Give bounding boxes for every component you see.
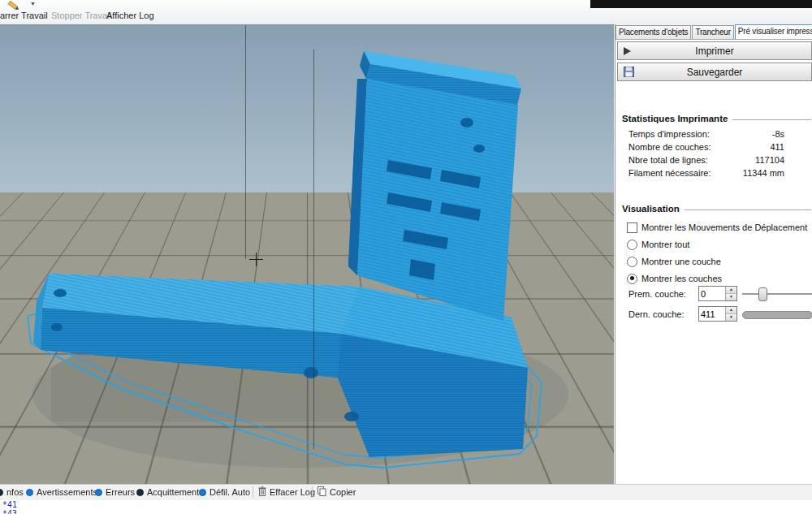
slider-track-filled[interactable] bbox=[742, 311, 812, 319]
last-layer-spinner[interactable]: ▲▼ bbox=[698, 306, 737, 322]
spinner-buttons[interactable]: ▲▼ bbox=[725, 307, 736, 321]
slider-track bbox=[742, 293, 812, 295]
stat-line-count: Nbre total de lignes:117104 bbox=[628, 155, 784, 165]
log-filter-toolbar: nfos Avertissements Erreurs Acquittement… bbox=[0, 484, 812, 501]
clear-log-button[interactable]: Effacer Log bbox=[258, 485, 315, 499]
printed-model-preview bbox=[0, 25, 614, 485]
radio-show-layer-range[interactable]: Montrer les couches bbox=[627, 273, 812, 284]
origin-crosshair bbox=[256, 253, 257, 266]
slider-handle[interactable] bbox=[758, 287, 767, 301]
tab-placements-objets[interactable]: Placements d'objets bbox=[615, 25, 691, 39]
build-volume-edge-line bbox=[313, 50, 314, 449]
stat-print-time: Temps d'impression:-8s bbox=[628, 129, 784, 139]
first-layer-row: Prem. couche: ▲▼ bbox=[628, 286, 812, 301]
toggle-infos[interactable]: nfos bbox=[0, 485, 24, 499]
toggle-acquittements[interactable]: Acquittements bbox=[136, 485, 204, 499]
radio-label: Montrer une couche bbox=[641, 257, 721, 266]
copy-log-button[interactable]: Copier bbox=[317, 485, 356, 499]
checkbox-box[interactable] bbox=[627, 222, 637, 233]
spin-up-icon: ▲ bbox=[726, 307, 736, 314]
log-output: *41 *43 bbox=[0, 500, 812, 514]
right-panel: Placements d'objets Trancheur Pré visual… bbox=[615, 24, 812, 484]
stat-filament-needed: Filament nécessaire:11344 mm bbox=[628, 168, 784, 178]
panel-tab-strip: Placements d'objets Trancheur Pré visual… bbox=[615, 24, 812, 40]
model-back-plate bbox=[348, 51, 521, 321]
warnings-status-icon bbox=[26, 489, 33, 496]
top-toolbar: ▼ arrer Travail Stopper Travail Afficher… bbox=[0, 0, 812, 25]
toolbar-separator bbox=[253, 486, 253, 498]
last-layer-row: Dern. couche: ▲▼ bbox=[628, 306, 812, 322]
build-volume-edge-line bbox=[245, 25, 246, 259]
first-layer-label: Prem. couche: bbox=[628, 289, 698, 299]
external-window-strip bbox=[590, 0, 812, 8]
copy-icon bbox=[317, 486, 326, 498]
last-layer-slider[interactable] bbox=[742, 307, 812, 322]
print-button-label: Imprimer bbox=[695, 45, 733, 57]
show-travel-moves-checkbox[interactable]: Montrer les Mouvements de Déplacement bbox=[627, 222, 812, 233]
application-window: ▼ arrer Travail Stopper Travail Afficher… bbox=[0, 0, 812, 514]
save-icon bbox=[624, 67, 634, 77]
start-job-button[interactable]: arrer Travail bbox=[0, 11, 48, 20]
last-layer-label: Dern. couche: bbox=[628, 309, 698, 319]
radio-label: Montrer tout bbox=[641, 240, 689, 249]
3d-viewport[interactable] bbox=[0, 24, 614, 485]
trash-icon bbox=[258, 486, 266, 498]
toggle-erreurs[interactable]: Erreurs bbox=[95, 485, 135, 499]
toggle-avertissements[interactable]: Avertissements bbox=[26, 485, 97, 499]
spin-down-icon: ▼ bbox=[726, 314, 736, 321]
radio-label: Montrer les couches bbox=[641, 274, 722, 283]
first-layer-spinner[interactable]: ▲▼ bbox=[698, 286, 737, 301]
log-line: *41 bbox=[0, 500, 812, 509]
acks-status-icon bbox=[136, 489, 144, 496]
stop-job-button[interactable]: Stopper Travail bbox=[51, 11, 111, 20]
dropdown-caret-icon[interactable]: ▼ bbox=[30, 1, 36, 6]
tab-previsualiser-impression[interactable]: Pré visualiser impression bbox=[735, 24, 812, 39]
checkbox-label: Montrer les Mouvements de Déplacement bbox=[641, 222, 807, 232]
stats-group-header: Statistiques Imprimante bbox=[622, 114, 811, 123]
radio-show-one-layer[interactable]: Montrer une couche bbox=[627, 256, 812, 267]
spinner-buttons[interactable]: ▲▼ bbox=[725, 287, 736, 300]
first-layer-input[interactable] bbox=[699, 287, 725, 300]
radio-circle[interactable] bbox=[627, 257, 637, 267]
last-layer-input[interactable] bbox=[699, 307, 725, 321]
radio-circle[interactable] bbox=[627, 274, 637, 284]
autoscroll-status-icon bbox=[199, 489, 206, 496]
show-log-button[interactable]: Afficher Log bbox=[106, 11, 154, 20]
tab-trancheur[interactable]: Trancheur bbox=[692, 25, 733, 39]
save-button-label: Sauvegarder bbox=[687, 67, 743, 78]
log-line: *43 bbox=[0, 509, 812, 514]
visualisation-group-header: Visualisation bbox=[622, 204, 811, 214]
toolbar-separator bbox=[312, 486, 313, 498]
spin-up-icon: ▲ bbox=[726, 287, 736, 294]
toggle-defil-auto[interactable]: Défil. Auto bbox=[199, 485, 250, 499]
infos-status-icon bbox=[0, 489, 3, 496]
spin-down-icon: ▼ bbox=[726, 294, 736, 300]
stat-layer-count: Nombre de couches:411 bbox=[628, 142, 784, 152]
first-layer-slider[interactable] bbox=[742, 287, 812, 301]
errors-status-icon bbox=[95, 489, 102, 496]
radio-circle[interactable] bbox=[627, 240, 637, 250]
play-icon bbox=[624, 47, 631, 55]
print-button[interactable]: Imprimer bbox=[617, 41, 812, 60]
radio-show-all[interactable]: Montrer tout bbox=[627, 239, 812, 250]
save-button[interactable]: Sauvegarder bbox=[617, 63, 812, 81]
